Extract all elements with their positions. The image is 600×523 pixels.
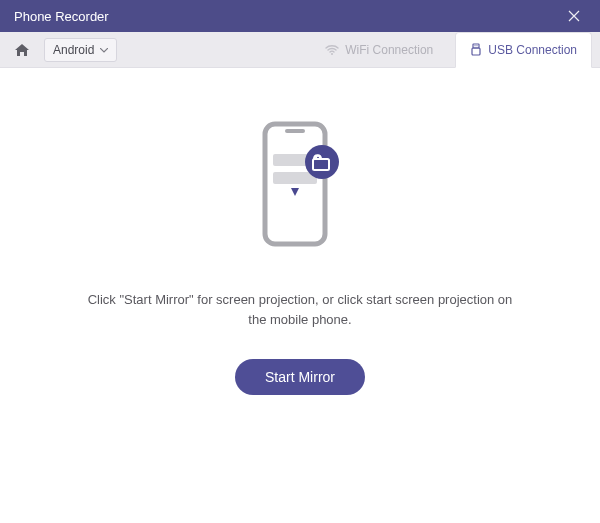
instruction-text: Click "Start Mirror" for screen projecti… <box>85 290 515 329</box>
home-icon <box>14 43 30 57</box>
close-icon <box>568 10 580 22</box>
start-mirror-label: Start Mirror <box>265 369 335 385</box>
tab-label: USB Connection <box>488 43 577 57</box>
usb-icon <box>470 43 482 57</box>
svg-point-0 <box>331 53 333 55</box>
toolbar: Android WiFi Connection USB Connection <box>0 32 600 68</box>
svg-rect-3 <box>477 45 478 46</box>
svg-rect-2 <box>475 45 476 46</box>
chevron-down-icon <box>100 44 108 55</box>
window-title: Phone Recorder <box>14 9 558 24</box>
start-mirror-button[interactable]: Start Mirror <box>235 359 365 395</box>
svg-rect-4 <box>472 48 480 55</box>
platform-selected-label: Android <box>53 43 94 57</box>
app-window: Phone Recorder Android WiFi Connection U… <box>0 0 600 523</box>
svg-rect-6 <box>285 129 305 133</box>
tab-label: WiFi Connection <box>345 43 433 57</box>
svg-point-9 <box>305 145 339 179</box>
tab-wifi-connection[interactable]: WiFi Connection <box>311 32 447 68</box>
content-area: Click "Start Mirror" for screen projecti… <box>0 68 600 523</box>
titlebar: Phone Recorder <box>0 0 600 32</box>
tab-usb-connection[interactable]: USB Connection <box>455 32 592 68</box>
home-button[interactable] <box>8 38 36 62</box>
phone-cast-illustration <box>245 118 355 262</box>
platform-dropdown[interactable]: Android <box>44 38 117 62</box>
wifi-icon <box>325 44 339 55</box>
close-button[interactable] <box>558 0 590 32</box>
